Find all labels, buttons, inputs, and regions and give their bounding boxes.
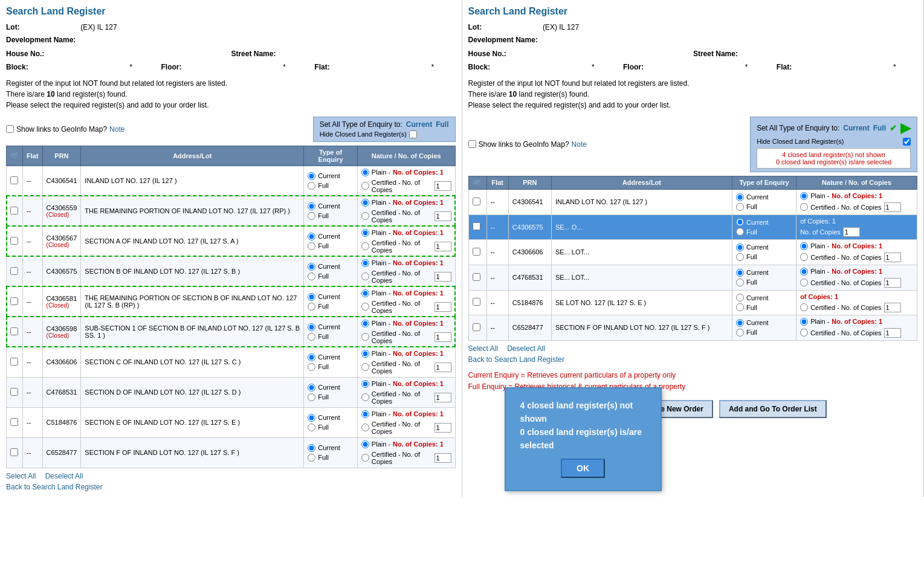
radio-certified[interactable] [361, 424, 369, 431]
radio-certified[interactable] [361, 454, 369, 462]
certified-copies-input[interactable] [435, 453, 451, 463]
row-checkbox[interactable] [473, 248, 480, 256]
certified-copies-input[interactable] [884, 278, 901, 288]
certified-copies-input[interactable] [843, 227, 860, 237]
radio-plain[interactable] [361, 410, 369, 418]
row-checkbox[interactable] [473, 222, 480, 230]
certified-copies-input[interactable] [435, 181, 451, 191]
set-all-current-link[interactable]: Current [406, 120, 432, 129]
certified-copies-input[interactable] [435, 363, 451, 372]
radio-certified[interactable] [800, 253, 808, 261]
radio-certified[interactable] [800, 279, 808, 286]
radio-plain[interactable] [800, 268, 808, 276]
radio-certified[interactable] [361, 393, 369, 401]
radio-certified[interactable] [361, 272, 369, 280]
row-checkbox[interactable] [10, 448, 18, 456]
certified-copies-input[interactable] [435, 242, 451, 251]
radio-current[interactable] [736, 243, 744, 251]
radio-full[interactable] [308, 454, 315, 462]
radio-current[interactable] [736, 193, 744, 201]
radio-plain[interactable] [361, 229, 369, 237]
radio-full[interactable] [308, 242, 315, 250]
radio-certified[interactable] [361, 182, 369, 190]
certified-copies-input[interactable] [884, 328, 901, 338]
radio-current[interactable] [308, 323, 315, 331]
radio-certified[interactable] [361, 303, 369, 311]
certified-copies-input[interactable] [435, 302, 451, 312]
radio-full[interactable] [736, 253, 744, 261]
radio-current[interactable] [736, 269, 744, 277]
radio-full[interactable] [308, 182, 315, 190]
radio-full[interactable] [308, 212, 315, 220]
radio-plain[interactable] [361, 320, 369, 327]
radio-current[interactable] [308, 233, 315, 240]
radio-plain[interactable] [800, 242, 808, 250]
r-geoinfo-note-link[interactable]: Note [572, 140, 587, 149]
row-checkbox[interactable] [10, 327, 18, 335]
certified-copies-input[interactable] [435, 211, 451, 221]
row-checkbox[interactable] [10, 237, 18, 245]
radio-full[interactable] [308, 303, 315, 311]
r-back-link[interactable]: Back to Search Land Register [468, 355, 564, 364]
radio-plain[interactable] [361, 259, 369, 267]
radio-full[interactable] [736, 228, 744, 236]
radio-current[interactable] [308, 414, 315, 422]
row-checkbox[interactable] [10, 267, 18, 275]
certified-copies-input[interactable] [435, 332, 451, 342]
radio-certified[interactable] [361, 242, 369, 250]
row-checkbox[interactable] [10, 297, 18, 305]
radio-current[interactable] [308, 202, 315, 210]
r-set-all-current-link[interactable]: Current [843, 124, 869, 132]
radio-current[interactable] [308, 263, 315, 271]
radio-plain[interactable] [361, 199, 369, 207]
row-checkbox[interactable] [473, 298, 480, 306]
radio-current[interactable] [308, 293, 315, 301]
radio-certified[interactable] [800, 329, 808, 337]
certified-copies-input[interactable] [884, 202, 901, 212]
r-hide-closed-checkbox[interactable] [903, 138, 911, 146]
radio-full[interactable] [736, 203, 744, 211]
row-checkbox[interactable] [473, 273, 480, 281]
ok-button[interactable]: OK [561, 459, 605, 478]
certified-copies-input[interactable] [435, 272, 451, 282]
radio-certified[interactable] [800, 303, 808, 311]
radio-current[interactable] [736, 218, 744, 226]
r-select-all[interactable]: Select All [468, 344, 498, 353]
r-deselect-all[interactable]: Deselect All [507, 344, 545, 353]
row-checkbox[interactable] [10, 388, 18, 396]
row-checkbox[interactable] [473, 198, 480, 205]
radio-plain[interactable] [800, 192, 808, 200]
r-geoinfo-checkbox[interactable] [468, 140, 476, 148]
radio-current[interactable] [308, 384, 315, 392]
radio-full[interactable] [308, 333, 315, 341]
radio-full[interactable] [736, 279, 744, 286]
radio-current[interactable] [736, 319, 744, 327]
radio-full[interactable] [308, 272, 315, 280]
radio-plain[interactable] [361, 380, 369, 388]
radio-certified[interactable] [361, 363, 369, 371]
radio-full[interactable] [308, 393, 315, 401]
geoinfo-checkbox[interactable] [6, 125, 14, 133]
certified-copies-input[interactable] [884, 253, 901, 262]
radio-current[interactable] [736, 294, 744, 301]
hide-closed-checkbox[interactable] [409, 131, 417, 138]
certified-copies-input[interactable] [884, 303, 901, 312]
radio-plain[interactable] [361, 289, 369, 297]
set-all-full-link[interactable]: Full [436, 120, 448, 129]
certified-copies-input[interactable] [435, 393, 451, 402]
left-back-link[interactable]: Back to Search Land Register [6, 483, 102, 491]
left-deselect-all[interactable]: Deselect All [45, 472, 83, 480]
radio-full[interactable] [308, 363, 315, 371]
radio-full[interactable] [736, 303, 744, 311]
radio-plain[interactable] [800, 318, 808, 326]
certified-copies-input[interactable] [435, 423, 451, 433]
radio-current[interactable] [308, 172, 315, 180]
radio-certified[interactable] [361, 333, 369, 341]
row-checkbox[interactable] [473, 323, 480, 331]
r-set-all-full-link[interactable]: Full [873, 124, 886, 132]
radio-plain[interactable] [361, 169, 369, 176]
radio-certified[interactable] [800, 203, 808, 211]
radio-plain[interactable] [361, 440, 369, 448]
row-checkbox[interactable] [10, 176, 18, 184]
radio-current[interactable] [308, 353, 315, 361]
